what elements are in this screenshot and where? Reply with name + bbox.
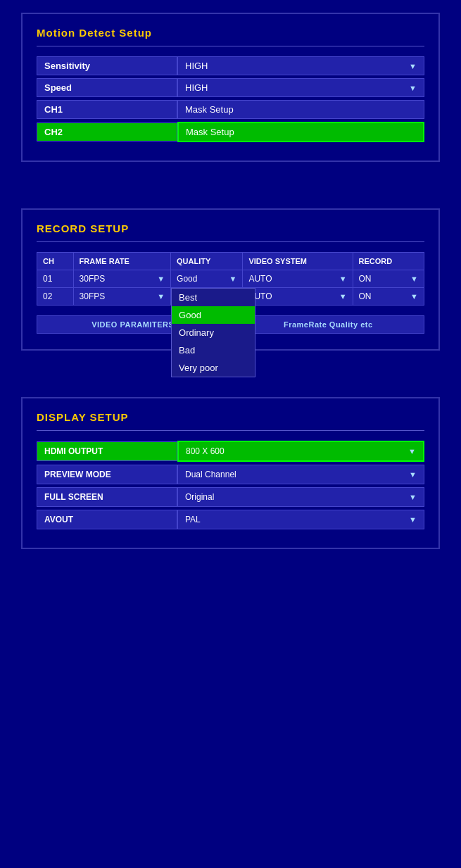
hdmi-output-row: HDMI OUTPUT 800 X 600 ▼	[37, 441, 424, 462]
display-setup-title: DISPLAY SETUP	[37, 411, 424, 423]
record-table-header-row: CH FRAME RATE QUALITY VIDEO SYSTEM RECOR…	[37, 253, 424, 270]
row1-quality-arrow: ▼	[229, 275, 237, 283]
table-row: 01 30FPS ▼ Good ▼	[37, 270, 424, 288]
display-setup-divider	[37, 430, 424, 431]
ch2-text: Mask Setup	[186, 127, 234, 137]
full-screen-row: FULL SCREEN Original ▼	[37, 487, 424, 507]
row2-quality[interactable]: Best Best Good Ordinary Bad Very poor	[171, 288, 243, 306]
motion-detect-divider	[37, 46, 424, 46]
col-videosystem: VIDEO SYSTEM	[243, 253, 353, 270]
preview-mode-arrow: ▼	[409, 470, 417, 479]
row2-record-text: ON	[359, 291, 372, 301]
row1-quality-text: Good	[177, 274, 197, 284]
col-record: RECORD	[353, 253, 424, 270]
ch1-label: CH1	[37, 100, 177, 119]
full-screen-arrow: ▼	[409, 493, 417, 501]
record-setup-divider	[37, 241, 424, 242]
preview-mode-label: PREVIEW MODE	[37, 465, 177, 484]
row1-videosystem-text: AUTO	[248, 274, 272, 284]
col-ch: CH	[37, 253, 74, 270]
sensitivity-value[interactable]: HIGH ▼	[177, 56, 424, 75]
quality-option-ordinary[interactable]: Ordinary	[172, 324, 255, 341]
row1-videosystem-arrow: ▼	[339, 275, 347, 283]
speed-value[interactable]: HIGH ▼	[177, 78, 424, 97]
hdmi-output-text: 800 X 600	[186, 446, 225, 456]
row1-record[interactable]: ON ▼	[353, 270, 424, 288]
motion-detect-panel: Motion Detect Setup Sensitivity HIGH ▼ S…	[21, 13, 440, 162]
row1-ch: 01	[37, 270, 74, 288]
preview-mode-row: PREVIEW MODE Dual Channel ▼	[37, 465, 424, 484]
speed-label: Speed	[37, 78, 177, 97]
record-setup-title: RECORD SETUP	[37, 222, 424, 234]
ch2-row: CH2 Mask Setup	[37, 122, 424, 142]
avout-value[interactable]: PAL ▼	[177, 510, 424, 529]
record-table-container: CH FRAME RATE QUALITY VIDEO SYSTEM RECOR…	[37, 252, 424, 306]
framerate-quality-button[interactable]: FrameRate Quality etc	[232, 315, 425, 334]
sensitivity-label: Sensitivity	[37, 56, 177, 75]
row2-videosystem[interactable]: AUTO ▼	[243, 288, 353, 306]
preview-mode-text: Dual Channel	[185, 470, 236, 479]
col-framerate: FRAME RATE	[73, 253, 170, 270]
preview-mode-value[interactable]: Dual Channel ▼	[177, 465, 424, 484]
ch2-label: CH2	[37, 122, 177, 141]
avout-text: PAL	[185, 515, 201, 524]
ch1-text: Mask Setup	[185, 104, 234, 115]
col-quality: QUALITY	[171, 253, 243, 270]
quality-option-best[interactable]: Best	[172, 289, 255, 306]
sensitivity-arrow: ▼	[409, 62, 417, 70]
spacer1	[0, 175, 461, 196]
row1-framerate[interactable]: 30FPS ▼	[73, 270, 170, 288]
sensitivity-text: HIGH	[185, 61, 208, 71]
quality-option-good[interactable]: Good	[172, 306, 255, 324]
ch1-row: CH1 Mask Setup	[37, 100, 424, 119]
row2-record[interactable]: ON ▼	[353, 288, 424, 306]
full-screen-value[interactable]: Original ▼	[177, 487, 424, 507]
hdmi-output-arrow: ▼	[408, 447, 416, 455]
avout-label: AVOUT	[37, 510, 177, 529]
row2-framerate-text: 30FPS	[80, 291, 106, 301]
row1-videosystem[interactable]: AUTO ▼	[243, 270, 353, 288]
hdmi-output-value[interactable]: 800 X 600 ▼	[177, 441, 424, 462]
record-table: CH FRAME RATE QUALITY VIDEO SYSTEM RECOR…	[37, 252, 424, 306]
quality-option-bad[interactable]: Bad	[172, 341, 255, 359]
avout-row: AVOUT PAL ▼	[37, 510, 424, 529]
table-row: 02 30FPS ▼ Best Best	[37, 288, 424, 306]
row2-framerate[interactable]: 30FPS ▼	[73, 288, 170, 306]
row1-record-arrow: ▼	[410, 275, 418, 283]
ch1-value[interactable]: Mask Setup	[177, 100, 424, 119]
speed-row: Speed HIGH ▼	[37, 78, 424, 97]
speed-arrow: ▼	[409, 84, 417, 92]
hdmi-output-label: HDMI OUTPUT	[37, 441, 177, 461]
row2-framerate-arrow: ▼	[157, 292, 165, 301]
row2-videosystem-arrow: ▼	[339, 292, 347, 301]
row1-framerate-arrow: ▼	[157, 275, 165, 283]
row1-record-text: ON	[359, 274, 372, 284]
quality-dropdown-popup: Best Good Ordinary Bad Very poor	[171, 288, 255, 377]
display-setup-panel: DISPLAY SETUP HDMI OUTPUT 800 X 600 ▼ PR…	[21, 397, 440, 549]
ch2-value[interactable]: Mask Setup	[177, 122, 424, 142]
row2-record-arrow: ▼	[410, 292, 418, 301]
row2-ch: 02	[37, 288, 74, 306]
speed-text: HIGH	[185, 82, 208, 93]
full-screen-text: Original	[185, 492, 214, 502]
row1-quality[interactable]: Good ▼	[171, 270, 243, 288]
full-screen-label: FULL SCREEN	[37, 487, 177, 507]
quality-option-verypoor[interactable]: Very poor	[172, 359, 255, 377]
row1-framerate-text: 30FPS	[80, 274, 106, 284]
sensitivity-row: Sensitivity HIGH ▼	[37, 56, 424, 75]
avout-arrow: ▼	[409, 515, 417, 524]
record-setup-panel: RECORD SETUP CH FRAME RATE QUALITY VIDEO…	[21, 208, 440, 351]
motion-detect-title: Motion Detect Setup	[37, 27, 424, 39]
